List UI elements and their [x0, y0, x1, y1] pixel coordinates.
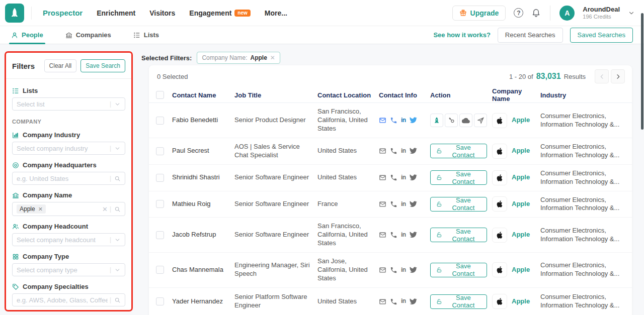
contact-name[interactable]: Jacob Refstrup: [172, 226, 234, 244]
company-industry-input[interactable]: [17, 145, 108, 152]
nav-item-prospector[interactable]: Prospector: [43, 9, 83, 17]
row-checkbox[interactable]: [156, 200, 164, 208]
save-contact-button[interactable]: Save Contact: [430, 144, 487, 158]
lists-select-input[interactable]: [17, 100, 108, 108]
search-icon[interactable]: [114, 297, 121, 303]
contact-name[interactable]: Chas Mannemala: [172, 261, 234, 279]
table-row[interactable]: Mathieu Roig Senior Software Engineer Fr…: [149, 191, 632, 218]
arounddeal-logo[interactable]: [5, 4, 24, 23]
export-action-button[interactable]: [474, 114, 487, 127]
upgrade-button[interactable]: Upgrade: [452, 6, 506, 21]
company-name-link[interactable]: Apple: [512, 147, 530, 155]
chevron-down-icon[interactable]: [628, 10, 635, 17]
lists-dropdown[interactable]: |: [12, 97, 125, 111]
company-name-link[interactable]: Apple: [512, 116, 530, 125]
nav-item-enrichment[interactable]: Enrichment: [97, 9, 135, 17]
twitter-icon[interactable]: [410, 117, 417, 124]
company-headcount-input[interactable]: [17, 236, 108, 244]
contact-name[interactable]: Mathieu Roig: [172, 195, 234, 213]
salesforce-action-button[interactable]: [459, 114, 472, 127]
save-contact-button[interactable]: Save Contact: [430, 228, 487, 242]
avatar[interactable]: A: [559, 6, 575, 21]
company-type-dropdown[interactable]: |: [12, 263, 125, 276]
row-checkbox[interactable]: [156, 231, 164, 239]
filter-label-company-headcount: Company Headcount: [12, 223, 125, 230]
table-row[interactable]: Chas Mannemala Engineering Manager, Siri…: [149, 253, 632, 288]
contact-location: France: [317, 195, 379, 213]
tab-companies[interactable]: Companies: [65, 26, 111, 44]
company-industry-dropdown[interactable]: |: [12, 142, 125, 155]
clear-input-icon[interactable]: ✕: [102, 205, 108, 213]
remove-chip-icon[interactable]: ✕: [270, 54, 275, 61]
account-info[interactable]: AroundDeal 196 Credits: [583, 6, 620, 21]
table-row[interactable]: Shrinidhi Shastri Senior Software Engine…: [149, 165, 632, 191]
contact-name[interactable]: Shrinidhi Shastri: [172, 169, 234, 186]
see-how-it-works-link[interactable]: See how it works?: [433, 31, 490, 39]
linkedin-icon[interactable]: in: [401, 117, 406, 125]
clear-all-button[interactable]: Clear All: [44, 59, 77, 72]
divider: [6, 78, 132, 79]
company-name-link[interactable]: Apple: [512, 297, 530, 306]
bell-icon[interactable]: [531, 8, 541, 18]
hubspot-action-button[interactable]: [445, 114, 458, 127]
scrollbar-thumb[interactable]: [641, 13, 643, 130]
chevron-down-icon[interactable]: [114, 101, 121, 108]
chip-field-label: Company Name:: [202, 54, 247, 61]
save-contact-button[interactable]: Save Contact: [430, 294, 487, 309]
company-specialties-search[interactable]: |: [12, 293, 125, 306]
row-checkbox[interactable]: [156, 266, 164, 274]
company-headquarters-input[interactable]: [17, 175, 108, 182]
col-contact-info: Contact Info: [379, 91, 430, 99]
apple-logo-icon: [496, 200, 504, 208]
save-contact-label: Save Contact: [446, 228, 481, 243]
table-row[interactable]: Yader Hernandez Senior Platform Software…: [149, 288, 632, 315]
row-checkbox[interactable]: [156, 297, 164, 305]
tab-lists[interactable]: Lists: [133, 26, 159, 44]
select-all-checkbox[interactable]: [156, 91, 164, 99]
company-specialties-input[interactable]: [17, 296, 108, 304]
remove-tag-icon[interactable]: ✕: [38, 206, 43, 213]
company-name-search[interactable]: Apple ✕ ✕ |: [12, 202, 125, 216]
company-name-tag[interactable]: Apple ✕: [17, 204, 46, 214]
table-row[interactable]: Jacob Refstrup Senior Software Engineer …: [149, 218, 632, 253]
nav-item-visitors[interactable]: Visitors: [149, 9, 175, 17]
email-icon[interactable]: [379, 117, 386, 124]
chevron-down-icon[interactable]: [114, 267, 121, 273]
contact-name[interactable]: Yader Hernandez: [172, 293, 234, 310]
chevron-down-icon[interactable]: [114, 237, 121, 243]
row-checkbox[interactable]: [156, 117, 164, 125]
company-type-input[interactable]: [17, 266, 108, 274]
row-checkbox[interactable]: [156, 147, 164, 155]
nav-item-engagement[interactable]: Engagement new: [189, 9, 250, 17]
company-headquarters-search[interactable]: |: [12, 172, 125, 185]
next-page-button[interactable]: [611, 69, 625, 83]
phone-icon[interactable]: [390, 117, 397, 124]
search-icon[interactable]: [114, 175, 121, 182]
table-row[interactable]: Paul Secrest AOS | Sales & Service Chat …: [149, 138, 632, 165]
company-name-input[interactable]: [46, 205, 102, 213]
twitter-icon: [410, 147, 417, 155]
save-contact-button[interactable]: Save Contact: [430, 197, 487, 212]
saved-searches-button[interactable]: Saved Searches: [570, 28, 633, 43]
row-checkbox[interactable]: [156, 174, 164, 182]
company-name-link[interactable]: Apple: [512, 266, 530, 274]
prev-page-button[interactable]: [595, 69, 609, 83]
nav-item-more[interactable]: More...: [265, 9, 287, 17]
search-icon[interactable]: [114, 206, 121, 213]
save-contact-button[interactable]: Save Contact: [430, 263, 487, 277]
contact-name[interactable]: Fabio Benedetti: [172, 112, 234, 129]
save-contact-button[interactable]: Save Contact: [430, 170, 487, 185]
company-name-link[interactable]: Apple: [512, 200, 530, 208]
contact-name[interactable]: Paul Secrest: [172, 142, 234, 160]
chevron-down-icon[interactable]: [114, 145, 121, 152]
arounddeal-action-button[interactable]: [430, 114, 443, 127]
table-row[interactable]: Fabio Benedetti Senior Product Designer …: [149, 103, 632, 138]
company-name-link[interactable]: Apple: [512, 173, 530, 182]
selected-filter-chip[interactable]: Company Name: Apple ✕: [197, 52, 280, 64]
tab-people[interactable]: People: [11, 26, 43, 44]
save-search-button[interactable]: Save Search: [80, 59, 125, 72]
recent-searches-button[interactable]: Recent Searches: [498, 28, 563, 43]
company-headcount-dropdown[interactable]: |: [12, 233, 125, 246]
company-name-link[interactable]: Apple: [512, 231, 530, 239]
help-icon[interactable]: ?: [514, 8, 523, 18]
